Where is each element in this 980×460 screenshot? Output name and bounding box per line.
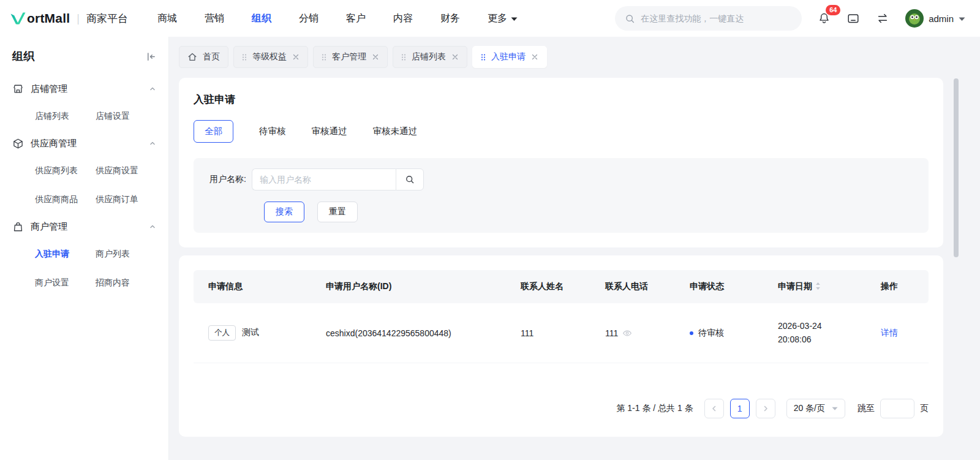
next-page-button[interactable] [756, 399, 775, 418]
section-label: 店铺管理 [31, 83, 142, 95]
cell-application-info: 个人测试 [194, 303, 318, 363]
tab-home[interactable]: 首页 [179, 46, 228, 68]
tab-store-list[interactable]: 店铺列表 [393, 46, 467, 68]
inline-search-button[interactable] [396, 168, 424, 190]
table-header-row: 申请信息 申请用户名称(ID) 联系人姓名 联系人电话 申请状态 申请日期 操作 [194, 270, 929, 303]
jump-label: 跳至 [858, 403, 875, 414]
status-tabs: 全部 待审核 审核通过 审核未通过 [194, 120, 929, 143]
chevron-down-icon [959, 17, 965, 21]
col-contact-phone: 联系人电话 [598, 270, 682, 303]
tab-label: 店铺列表 [412, 51, 446, 62]
topbar-actions: 64 admin [615, 6, 965, 31]
page-number-button[interactable]: 1 [730, 399, 750, 418]
scrollbar-thumb[interactable] [954, 78, 959, 257]
workbench-icon[interactable] [846, 12, 860, 25]
platform-name: 商家平台 [86, 12, 128, 26]
sidebar-item-supplier-products[interactable]: 供应商商品 [35, 185, 96, 214]
sort-icon[interactable] [815, 282, 821, 290]
col-contact-name: 联系人姓名 [513, 270, 598, 303]
nav-finance[interactable]: 财务 [440, 12, 460, 25]
nav-marketing[interactable]: 营销 [205, 12, 224, 25]
applications-table: 申请信息 申请用户名称(ID) 联系人姓名 联系人电话 申请状态 申请日期 操作 [194, 270, 929, 363]
supplier-icon [12, 138, 24, 149]
status-dot [690, 331, 693, 335]
close-icon[interactable] [292, 53, 300, 61]
user-avatar [905, 9, 924, 28]
search-button[interactable]: 搜索 [264, 202, 304, 222]
tab-customer-management[interactable]: 客户管理 [313, 46, 388, 68]
merchant-bag-icon [12, 221, 24, 233]
menu-section-store: 店铺管理 店铺列表 店铺设置 [12, 76, 156, 130]
close-icon[interactable] [451, 53, 459, 61]
nav-customer[interactable]: 客户 [346, 12, 366, 25]
page-size-value: 20 条/页 [794, 403, 825, 414]
apply-time: 20:08:06 [778, 333, 866, 347]
status-tab-pending[interactable]: 待审核 [259, 126, 286, 137]
sidebar-collapse-icon[interactable] [146, 51, 156, 62]
drag-handle-icon[interactable] [401, 53, 406, 61]
nav-content[interactable]: 内容 [393, 12, 413, 25]
status-tab-approved[interactable]: 审核通过 [312, 126, 347, 137]
reset-button[interactable]: 重置 [317, 202, 358, 222]
cell-date: 2026-03-24 20:08:06 [771, 303, 873, 363]
section-merchant-management[interactable]: 商户管理 [12, 214, 156, 239]
filter-card: 入驻申请 全部 待审核 审核通过 审核未通过 用户名称: [179, 78, 943, 247]
close-icon[interactable] [372, 53, 379, 61]
chevron-down-icon [832, 407, 838, 411]
username-filter-label: 用户名称: [209, 174, 246, 185]
page-title: 入驻申请 [194, 92, 929, 107]
sidebar-item-supplier-list[interactable]: 供应商列表 [35, 156, 96, 185]
pagination: 第 1-1 条 / 总共 1 条 1 20 条/页 跳至 页 [194, 399, 929, 418]
username-input-group [252, 168, 424, 190]
cell-status: 待审核 [682, 303, 771, 363]
applicant-name: 测试 [242, 327, 259, 337]
menu-section-merchant: 商户管理 入驻申请 商户列表 商户设置 招商内容 [12, 214, 156, 297]
nav-distribution[interactable]: 分销 [299, 12, 318, 25]
tab-level-benefits[interactable]: 等级权益 [233, 46, 308, 68]
sidebar-item-supplier-orders[interactable]: 供应商订单 [96, 185, 156, 214]
menu-section-supplier: 供应商管理 供应商列表 供应商设置 供应商商品 供应商订单 [12, 130, 156, 214]
username-input[interactable] [252, 168, 396, 190]
tab-entry-application[interactable]: 入驻申请 [472, 46, 547, 68]
jump-to-page: 跳至 页 [858, 399, 929, 418]
jump-page-input[interactable] [880, 399, 914, 418]
col-date: 申请日期 [771, 270, 873, 303]
prev-page-button[interactable] [704, 399, 724, 418]
nav-more[interactable]: 更多 [488, 12, 518, 25]
section-store-management[interactable]: 店铺管理 [12, 76, 156, 102]
sidebar-item-merchant-list[interactable]: 商户列表 [96, 239, 156, 268]
apply-date: 2026-03-24 [778, 320, 866, 333]
sidebar-item-entry-application[interactable]: 入驻申请 [35, 239, 96, 268]
drag-handle-icon[interactable] [322, 53, 326, 61]
col-actions: 操作 [873, 270, 929, 303]
status-tab-all[interactable]: 全部 [194, 120, 233, 143]
global-search-input[interactable] [641, 13, 792, 23]
nav-organization[interactable]: 组织 [252, 12, 271, 25]
status-tab-rejected[interactable]: 审核未通过 [373, 126, 418, 137]
store-icon [12, 83, 24, 95]
col-application-info: 申请信息 [194, 270, 318, 303]
detail-link[interactable]: 详情 [881, 328, 898, 337]
col-applicant-id: 申请用户名称(ID) [318, 270, 513, 303]
nav-mall[interactable]: 商城 [157, 12, 177, 25]
sidebar-item-investment-content[interactable]: 招商内容 [96, 268, 156, 297]
app-logo[interactable]: ortMall | 商家平台 [10, 11, 128, 26]
sidebar-item-merchant-settings[interactable]: 商户设置 [35, 268, 96, 297]
global-search[interactable] [615, 6, 802, 31]
reveal-phone-eye-icon[interactable] [622, 328, 632, 338]
user-name: admin [929, 13, 954, 24]
sidebar-item-store-settings[interactable]: 店铺设置 [96, 102, 156, 130]
notification-button[interactable]: 64 [818, 12, 831, 25]
sidebar-item-store-list[interactable]: 店铺列表 [35, 102, 96, 130]
close-icon[interactable] [531, 53, 538, 61]
switch-icon[interactable] [876, 12, 889, 25]
sidebar-item-supplier-settings[interactable]: 供应商设置 [96, 156, 156, 185]
section-supplier-management[interactable]: 供应商管理 [12, 130, 156, 156]
table-row: 个人测试 ceshixd(2036414229565800448) 111 11… [194, 303, 929, 363]
table-card: 申请信息 申请用户名称(ID) 联系人姓名 联系人电话 申请状态 申请日期 操作 [179, 255, 943, 437]
type-tag: 个人 [208, 325, 236, 341]
drag-handle-icon[interactable] [481, 53, 486, 61]
page-size-select[interactable]: 20 条/页 [786, 399, 845, 418]
drag-handle-icon[interactable] [242, 53, 247, 61]
user-menu[interactable]: admin [905, 9, 965, 28]
